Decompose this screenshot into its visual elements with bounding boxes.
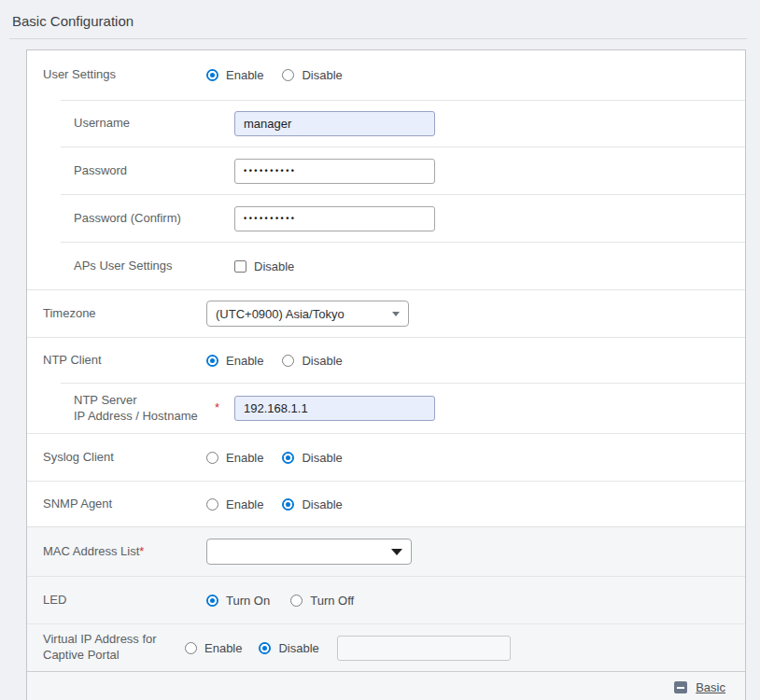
snmp-agent-label: SNMP Agent (27, 497, 206, 512)
snmp-disable-label: Disable (302, 497, 342, 511)
aps-disable-checkbox-label: Disable (254, 259, 294, 273)
row-password-confirm: Password (Confirm) •••••••••• (27, 195, 745, 242)
row-user-settings: User Settings Enable Disable (27, 50, 745, 100)
basic-collapse-link[interactable]: Basic (696, 680, 725, 694)
timezone-label: Timezone (27, 306, 206, 322)
collapse-minus-icon[interactable] (674, 681, 687, 693)
user-settings-enable-radio[interactable] (206, 69, 218, 81)
row-username: Username manager (27, 101, 745, 147)
row-timezone: Timezone (UTC+0900) Asia/Tokyo (27, 290, 745, 337)
ntp-client-enable-radio[interactable] (206, 355, 218, 367)
led-turn-off-label: Turn Off (310, 594, 354, 608)
ntp-client-disable-radio[interactable] (282, 355, 294, 367)
row-virtual-ip: Virtual IP Address for Captive Portal En… (27, 624, 745, 671)
row-aps-user-settings: APs User Settings Disable (27, 243, 745, 289)
ntp-client-enable-label: Enable (226, 354, 263, 368)
timezone-select[interactable]: (UTC+0900) Asia/Tokyo (206, 301, 409, 327)
password-confirm-input[interactable]: •••••••••• (234, 206, 435, 231)
virtual-ip-disable-label: Disable (278, 641, 318, 655)
row-mac-address-list: MAC Address List* (27, 527, 745, 576)
syslog-enable-radio[interactable] (206, 452, 218, 464)
row-ntp-server: NTP Server IP Address / Hostname * 192.1… (27, 384, 745, 433)
ntp-server-input[interactable]: 192.168.1.1 (234, 396, 435, 421)
title-divider (9, 38, 747, 39)
row-ntp-client: NTP Client Enable Disable (27, 338, 745, 383)
password-confirm-label: Password (Confirm) (27, 211, 234, 227)
row-password: Password •••••••••• (27, 147, 745, 194)
virtual-ip-disable-radio[interactable] (259, 642, 271, 654)
virtual-ip-enable-radio[interactable] (185, 642, 197, 654)
required-asterisk: * (139, 544, 144, 558)
virtual-ip-label: Virtual IP Address for Captive Portal (27, 632, 185, 664)
user-settings-enable-label: Enable (226, 68, 263, 82)
led-turn-off-radio[interactable] (290, 595, 303, 607)
ntp-client-disable-label: Disable (302, 354, 342, 368)
timezone-selected-value: (UTC+0900) Asia/Tokyo (216, 307, 345, 321)
aps-user-settings-label: APs User Settings (27, 259, 234, 274)
password-input[interactable]: •••••••••• (234, 159, 435, 184)
syslog-client-label: Syslog Client (27, 450, 206, 466)
required-asterisk: * (215, 400, 219, 416)
row-snmp-agent: SNMP Agent Enable Disable (27, 482, 745, 526)
virtual-ip-input[interactable] (337, 636, 511, 661)
snmp-enable-radio[interactable] (206, 498, 218, 511)
ntp-server-label: NTP Server IP Address / Hostname * (27, 393, 234, 425)
password-label: Password (27, 163, 234, 179)
row-syslog-client: Syslog Client Enable Disable (27, 434, 745, 481)
aps-disable-checkbox[interactable] (234, 260, 246, 273)
username-label: Username (27, 116, 234, 132)
user-settings-disable-label: Disable (302, 68, 342, 82)
basic-configuration-panel: User Settings Enable Disable Username ma… (26, 49, 746, 700)
led-label: LED (27, 593, 206, 609)
syslog-enable-label: Enable (226, 451, 263, 465)
row-led: LED Turn On Turn Off (27, 577, 745, 623)
chevron-down-icon (392, 312, 400, 316)
virtual-ip-enable-label: Enable (204, 641, 242, 655)
syslog-disable-label: Disable (302, 451, 342, 465)
led-turn-on-radio[interactable] (206, 595, 218, 607)
username-input[interactable]: manager (234, 111, 435, 136)
mac-address-list-label: MAC Address List* (27, 544, 206, 560)
chevron-down-icon (391, 549, 402, 555)
page-title: Basic Configuration (0, 0, 760, 29)
user-settings-label: User Settings (27, 67, 206, 83)
syslog-disable-radio[interactable] (282, 452, 294, 464)
mac-address-list-select[interactable] (206, 539, 412, 565)
snmp-disable-radio[interactable] (282, 498, 294, 511)
led-turn-on-label: Turn On (226, 594, 270, 608)
panel-footer: Basic (27, 672, 745, 700)
user-settings-disable-radio[interactable] (282, 69, 294, 81)
ntp-client-label: NTP Client (27, 353, 206, 369)
snmp-enable-label: Enable (226, 497, 263, 511)
